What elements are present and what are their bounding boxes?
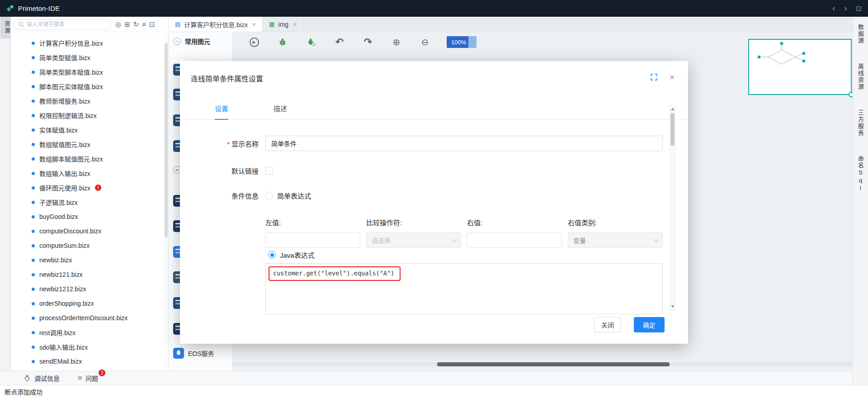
canvas-hscrollbar[interactable] [232, 362, 853, 366]
right-rail-tab[interactable]: 数据源 [856, 19, 865, 49]
zoom-level-input[interactable]: 100% [447, 36, 476, 48]
tree-file-item[interactable]: 脚本图元实体赋值.bizx [11, 79, 168, 94]
tab-settings[interactable]: 设置 [215, 104, 228, 120]
tree-file-item[interactable]: sdo输入输出.bizx [11, 340, 168, 354]
connection-condition-dialog: 连线简单条件属性设置 × 设置 描述 *显示名称 默认链接 [180, 61, 688, 344]
confirm-button[interactable]: 确定 [634, 317, 665, 332]
scroll-down-icon[interactable] [671, 305, 675, 308]
dialog-scrollbar[interactable] [670, 105, 675, 310]
operator-header: 比较操作符: [366, 218, 461, 227]
tree-file-item[interactable]: 简单类型脚本赋值.bizx [11, 65, 168, 79]
redo-icon[interactable]: ↷ [363, 37, 373, 47]
tree-file-item[interactable]: 简单类型赋值.bizx [11, 50, 168, 65]
zoom-in-icon[interactable]: ⊕ [392, 37, 401, 47]
dialog-scrollbar-thumb[interactable] [670, 113, 675, 146]
file-bullet-icon [32, 56, 35, 59]
tree-file-item[interactable]: 数组脚本赋值图元.bizx [11, 152, 168, 166]
debug-icon [24, 374, 31, 382]
tree-file-item[interactable]: processOrderItemDiscount.bizx [11, 311, 168, 325]
file-name: 数组脚本赋值图元.bizx [39, 154, 103, 163]
tree-file-item[interactable]: newbiz121.bizx [11, 267, 168, 282]
close-icon[interactable]: × [670, 73, 675, 81]
locate-icon[interactable]: ◎ [115, 21, 121, 28]
nav-back-icon[interactable]: ‹ [832, 4, 835, 13]
zoom-out-icon[interactable]: ⊖ [420, 37, 430, 47]
export-icon[interactable]: ⊡ [149, 21, 155, 28]
file-bullet-icon [32, 71, 35, 74]
maximize-icon[interactable] [650, 73, 658, 81]
default-link-checkbox[interactable] [265, 167, 273, 175]
tree-file-item[interactable]: 权限控制逻辑流.bizx [11, 108, 168, 123]
run-debug-icon[interactable]: ▶ [249, 37, 259, 47]
debug-bug-icon[interactable] [278, 37, 288, 47]
left-value-input[interactable] [265, 232, 360, 248]
file-name: orderShopping.bizx [39, 300, 94, 307]
tree-file-item[interactable]: newbiz1212.bizx [11, 282, 168, 296]
refresh-icon[interactable]: ↻ [133, 21, 139, 28]
java-expression-label: Java表达式 [280, 250, 315, 260]
tree-file-item[interactable]: rest调用.bizx [11, 325, 168, 340]
minimap-flowchart [749, 40, 851, 94]
bottom-panel-bar: 调试信息 ≡ 问题 2 [0, 371, 853, 385]
file-name: 子逻辑流.bizx [39, 198, 78, 207]
close-button[interactable]: 关闭 [594, 317, 621, 332]
list-settings-icon[interactable]: ≡ [142, 21, 146, 28]
simple-expression-radio[interactable] [265, 192, 273, 199]
java-expression-textarea[interactable]: customer.get("level").equals("A") [265, 263, 663, 314]
operator-select[interactable]: 请选择 [366, 232, 461, 248]
search-box[interactable] [14, 19, 112, 30]
tab-description[interactable]: 描述 [274, 104, 287, 119]
window-layout-icon[interactable]: ⊡ [856, 5, 862, 13]
tree-file-item[interactable]: 子逻辑流.bizx [11, 195, 168, 209]
palette-group-header[interactable]: 常用图元 [173, 37, 210, 46]
tree-file-item[interactable]: newbiz.bizx [11, 253, 168, 267]
debug-info-tab[interactable]: 调试信息 [24, 374, 60, 383]
file-bullet-icon [32, 114, 35, 117]
collapse-icon[interactable] [173, 38, 181, 45]
rail-tab-resources[interactable]: 资源 [0, 17, 11, 38]
tree-file-item[interactable]: computeSum.bizx [11, 238, 168, 253]
file-bullet-icon [32, 288, 35, 291]
editor-tab-img[interactable]: ▦ img × [263, 17, 303, 32]
right-type-select[interactable]: 变量 [568, 232, 663, 248]
tab-close-icon[interactable]: × [252, 21, 256, 28]
tree-file-item[interactable]: 实体赋值.bizx [11, 123, 168, 137]
explorer-scrollbar[interactable] [164, 32, 168, 371]
tree-file-item[interactable]: 循环图元使用.bizx ! [11, 180, 168, 195]
search-input[interactable] [27, 21, 108, 28]
right-rail-tab[interactable]: 命名Sql [856, 151, 865, 197]
file-name: 数组输入输出.bizx [39, 169, 90, 178]
diagram-minimap[interactable] [748, 39, 852, 95]
palette-item-eos-service[interactable]: EOS服务 [173, 348, 214, 359]
tree-file-item[interactable]: 计算客户积分信息.bizx [11, 36, 168, 50]
explorer-scrollbar-thumb[interactable] [165, 43, 168, 237]
titlebar: Primeton-IDE ‹ › ⊡ [0, 0, 868, 17]
tree-file-item[interactable]: 数组输入输出.bizx [11, 166, 168, 180]
java-expression-radio[interactable] [268, 251, 276, 259]
right-value-input[interactable] [467, 232, 562, 248]
problems-tab[interactable]: ≡ 问题 2 [78, 374, 98, 383]
tree-file-item[interactable]: 数组赋值图元.bizx [11, 137, 168, 152]
canvas-hscrollbar-thumb[interactable] [437, 362, 670, 366]
problems-label: 问题 [85, 374, 98, 383]
tree-file-item[interactable]: computeDiscount.bizx [11, 224, 168, 238]
right-rail-tab[interactable]: 离线资源 [856, 59, 865, 95]
tree-file-item[interactable]: 教师新增服务.bizx [11, 94, 168, 108]
dialog-tabs: 设置 描述 [180, 104, 688, 120]
file-name: sdo输入输出.bizx [39, 342, 88, 351]
editor-tab-bizx[interactable]: ▤ 计算客户积分信息.bizx × [169, 17, 263, 32]
tree-file-item[interactable]: orderShopping.bizx [11, 296, 168, 311]
display-name-input[interactable] [265, 136, 663, 151]
tab-close-icon[interactable]: × [293, 21, 297, 28]
scroll-up-icon[interactable] [671, 108, 675, 110]
right-rail-tab[interactable]: 三方服务 [856, 105, 865, 141]
tree-file-item[interactable]: buyGood.bizx [11, 209, 168, 224]
display-name-label: *显示名称 [187, 139, 259, 148]
file-bullet-icon [32, 186, 35, 190]
tree-file-item[interactable]: sendEMail.bizx [11, 354, 168, 369]
zoom-level-value: 100% [451, 39, 466, 46]
undo-icon[interactable]: ↶ [335, 37, 344, 47]
package-icon[interactable]: ⊞ [124, 21, 130, 28]
nav-forward-icon[interactable]: › [844, 4, 847, 13]
debug-settings-icon[interactable] [306, 37, 316, 47]
